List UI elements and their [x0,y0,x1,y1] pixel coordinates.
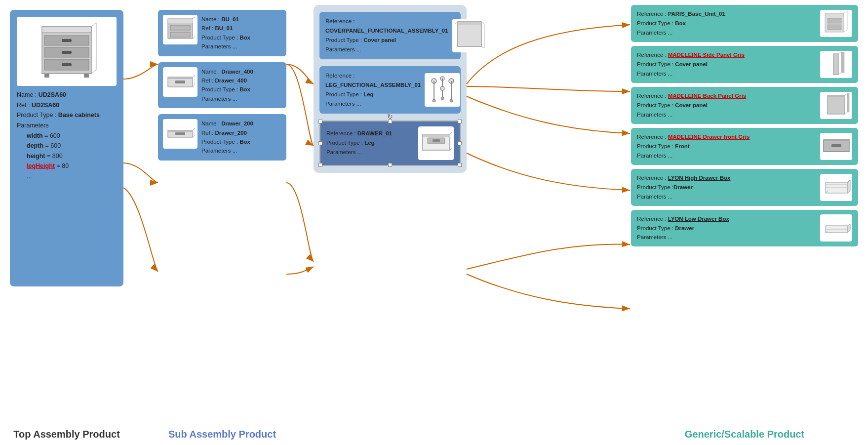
gen-mback-params: Parameters ... [637,110,816,120]
func-card-leg: Reference : LEG_FUNCTIONAL_ASSEMBLY_01 P… [319,66,461,114]
leg-icon [427,74,459,106]
generic-card-paris: Reference : PARIS_Base_Unit_01 Product T… [631,5,858,42]
svg-rect-3 [62,39,72,42]
func-d01-ref: DRAWER_01 [357,130,392,136]
svg-point-44 [450,99,453,102]
lyon-high-icon [822,175,851,200]
svg-line-23 [193,75,195,77]
generic-area: Reference : PARIS_Base_Unit_01 Product T… [631,5,858,246]
func-leg-type: Leg [363,91,373,97]
svg-line-35 [481,22,484,24]
generic-paris-info: Reference : PARIS_Base_Unit_01 Product T… [637,9,816,38]
gen-lyonlow-ref: LYON Low Drawer Box [668,216,729,222]
svg-line-34 [455,22,458,24]
svg-rect-67 [828,95,845,114]
svg-rect-19 [170,32,190,37]
sub-card-bu01-info: Name : BU_01 Ref : BU_01 Product Type : … [201,15,250,51]
label-sub-assembly: Sub Assembly Product [158,429,286,440]
svg-line-69 [845,93,847,95]
svg-line-29 [193,128,195,130]
svg-rect-60 [828,18,841,23]
svg-rect-74 [824,140,849,141]
sub-d200-params: Parameters ... [201,146,253,155]
top-assembly-card: Name : UD2SA60 Ref : UD2SA60 Product Typ… [10,10,123,286]
svg-rect-7 [62,63,72,66]
sub-d400-params: Parameters ... [201,94,253,103]
ta-name-value: UD2SA60 [39,91,66,98]
sub-card-bu01-thumb [163,15,197,44]
gen-mfront-params: Parameters ... [637,151,816,161]
gen-lyonlow-type: Drawer [675,225,694,231]
sub-d400-name: Drawer_400 [221,69,253,75]
diagram-container: Name : UD2SA60 Ref : UD2SA60 Product Typ… [0,0,868,445]
svg-marker-77 [848,180,850,193]
gen-mfront-ref: MADELEINE Drawer front Gris [668,134,750,140]
svg-rect-61 [828,25,841,30]
func-coverpanel-info: Reference : COVERPANEL_FUNCTIONAL_ASSEMB… [325,17,448,54]
svg-rect-27 [168,130,193,132]
label-generic-scalable: Generic/Scalable Product [631,429,858,440]
svg-point-47 [441,97,444,100]
svg-line-10 [91,23,96,27]
svg-rect-22 [175,81,185,83]
generic-paris-thumb [820,10,852,37]
func-leg-info: Reference : LEG_FUNCTIONAL_ASSEMBLY_01 P… [325,71,421,109]
lyon-low-icon [822,216,851,241]
svg-rect-18 [170,25,190,30]
sub-card-drawer400-info: Name : Drawer_400 Ref : Drawer_400 Produ… [201,67,253,104]
generic-card-lyon-low: Reference : LYON Low Drawer Box Product … [631,210,858,247]
gen-paris-params: Parameters ... [637,28,816,38]
sub-bu01-params: Parameters ... [201,42,250,51]
generic-madeleine-front-info: Reference : MADELEINE Drawer front Gris … [637,132,816,161]
svg-rect-66 [841,52,844,73]
gen-mfront-type: Front [675,143,689,149]
generic-card-lyon-high: Reference : LYON High Drawer Box Product… [631,169,858,206]
gen-paris-ref: PARIS_Base_Unit_01 [668,11,725,17]
generic-lyon-low-thumb [820,214,852,242]
generic-card-madeleine-front: Reference : MADELEINE Drawer front Gris … [631,128,858,165]
svg-rect-52 [433,139,440,142]
madeleine-back-icon [823,93,850,118]
svg-rect-72 [847,93,849,112]
func-d01-params: Parameters ... [326,148,414,157]
svg-line-30 [193,135,195,137]
svg-rect-28 [175,132,185,135]
svg-rect-62 [833,54,838,75]
generic-madeleine-side-thumb [820,51,852,78]
cabinet-icon [35,22,99,81]
generic-madeleine-front-thumb [820,133,852,160]
svg-rect-68 [828,95,845,97]
generic-madeleine-side-info: Reference : MADELEINE Side Panel Gris Pr… [637,50,816,79]
generic-lyon-high-thumb [820,174,852,201]
sub-d400-type: Box [239,86,250,92]
paris-icon [823,11,850,36]
sub-assembly-area: Name : BU_01 Ref : BU_01 Product Type : … [158,10,286,161]
svg-line-57 [844,11,847,13]
top-assembly-image [17,17,117,86]
generic-lyon-high-info: Reference : LYON High Drawer Box Product… [637,173,816,202]
func-coverpanel-thumb [452,19,488,52]
gen-lyonlow-params: Parameters ... [637,233,816,242]
func-cover-ref: COVERPANEL_FUNCTIONAL_ASSEMBLY_01 [325,28,448,34]
svg-line-16 [193,36,195,39]
sub-card-drawer200: Name : Drawer_200 Ref : Drawer_200 Produ… [158,114,286,161]
func-d01-type: Leg [364,140,374,146]
sub-card-drawer400: Name : Drawer_400 Ref : Drawer_400 Produ… [158,62,286,109]
func-leg-ref: LEG_FUNCTIONAL_ASSEMBLY_01 [325,82,421,88]
drawer01-icon [420,129,452,157]
gen-mside-params: Parameters ... [637,69,816,79]
svg-line-63 [838,52,841,54]
svg-line-24 [193,84,195,87]
svg-rect-21 [168,77,193,79]
ta-params-label: Parameters [17,121,117,131]
gen-lyonhigh-ref: LYON High Drawer Box [668,175,731,181]
sub-d200-name: Drawer_200 [221,121,253,126]
gen-lyonhigh-params: Parameters ... [637,192,816,202]
sub-card-drawer200-info: Name : Drawer_200 Ref : Drawer_200 Produ… [201,119,253,156]
madeleine-side-icon [823,52,850,77]
top-assembly-info: Name : UD2SA60 Ref : UD2SA60 Product Typ… [17,90,117,182]
sub-d200-ref: Drawer_200 [215,130,247,136]
functional-assembly-area: Reference : COVERPANEL_FUNCTIONAL_ASSEMB… [314,5,467,173]
func-leg-params: Parameters ... [325,99,421,109]
gen-lyonhigh-type: Drawer [673,184,693,190]
